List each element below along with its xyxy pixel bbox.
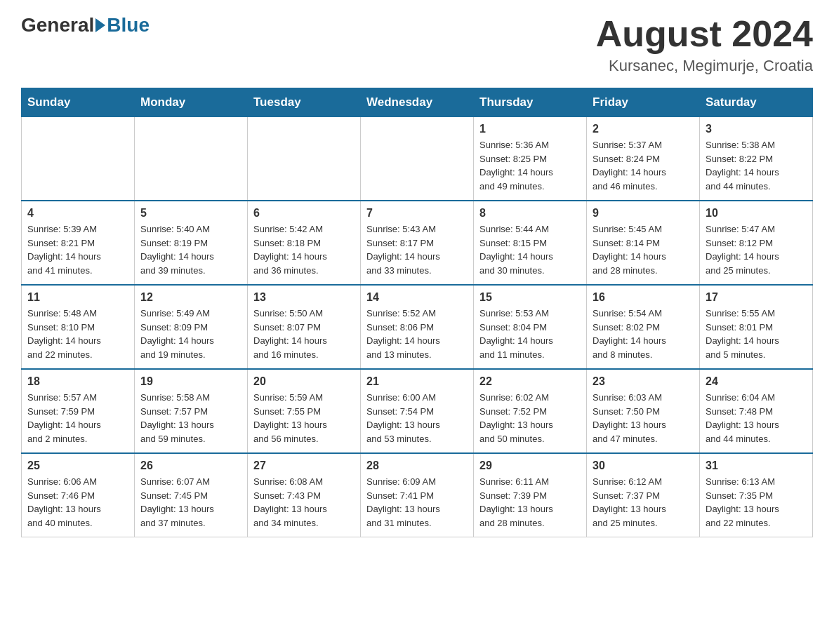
- calendar-day-cell: [361, 117, 474, 201]
- day-info: Sunrise: 5:47 AM Sunset: 8:12 PM Dayligh…: [706, 222, 807, 277]
- day-number: 8: [479, 207, 581, 220]
- calendar-week-row: 1Sunrise: 5:36 AM Sunset: 8:25 PM Daylig…: [22, 117, 813, 201]
- calendar-day-cell: [135, 117, 248, 201]
- day-number: 27: [253, 459, 355, 472]
- day-number: 4: [27, 207, 128, 220]
- day-info: Sunrise: 6:07 AM Sunset: 7:45 PM Dayligh…: [140, 475, 241, 530]
- calendar-day-cell: 23Sunrise: 6:03 AM Sunset: 7:50 PM Dayli…: [587, 369, 700, 453]
- calendar-day-cell: 19Sunrise: 5:58 AM Sunset: 7:57 PM Dayli…: [135, 369, 248, 453]
- day-number: 23: [593, 375, 694, 388]
- calendar-day-cell: 22Sunrise: 6:02 AM Sunset: 7:52 PM Dayli…: [474, 369, 587, 453]
- calendar-day-cell: 5Sunrise: 5:40 AM Sunset: 8:19 PM Daylig…: [135, 201, 248, 285]
- day-info: Sunrise: 5:53 AM Sunset: 8:04 PM Dayligh…: [479, 307, 581, 361]
- day-info: Sunrise: 5:36 AM Sunset: 8:25 PM Dayligh…: [479, 138, 581, 193]
- day-info: Sunrise: 6:00 AM Sunset: 7:54 PM Dayligh…: [366, 391, 468, 445]
- calendar-day-cell: 3Sunrise: 5:38 AM Sunset: 8:22 PM Daylig…: [700, 117, 813, 201]
- day-number: 24: [706, 375, 807, 388]
- calendar-day-cell: 25Sunrise: 6:06 AM Sunset: 7:46 PM Dayli…: [22, 453, 135, 537]
- day-info: Sunrise: 5:39 AM Sunset: 8:21 PM Dayligh…: [27, 222, 128, 277]
- day-info: Sunrise: 5:44 AM Sunset: 8:15 PM Dayligh…: [479, 222, 581, 277]
- calendar-day-cell: 20Sunrise: 5:59 AM Sunset: 7:55 PM Dayli…: [248, 369, 361, 453]
- calendar-week-row: 4Sunrise: 5:39 AM Sunset: 8:21 PM Daylig…: [22, 201, 813, 285]
- month-title: August 2024: [596, 14, 813, 54]
- calendar-day-cell: 6Sunrise: 5:42 AM Sunset: 8:18 PM Daylig…: [248, 201, 361, 285]
- day-number: 15: [479, 291, 581, 304]
- calendar-day-cell: 12Sunrise: 5:49 AM Sunset: 8:09 PM Dayli…: [135, 285, 248, 369]
- calendar-week-row: 18Sunrise: 5:57 AM Sunset: 7:59 PM Dayli…: [22, 369, 813, 453]
- day-number: 1: [479, 123, 581, 135]
- calendar-day-cell: [22, 117, 135, 201]
- calendar-table: SundayMondayTuesdayWednesdayThursdayFrid…: [21, 88, 813, 537]
- day-number: 26: [140, 459, 241, 472]
- title-area: August 2024 Kursanec, Megimurje, Croatia: [596, 14, 813, 75]
- weekday-header-row: SundayMondayTuesdayWednesdayThursdayFrid…: [22, 88, 813, 117]
- day-number: 17: [706, 291, 807, 304]
- weekday-header-wednesday: Wednesday: [361, 88, 474, 117]
- weekday-header-tuesday: Tuesday: [248, 88, 361, 117]
- day-info: Sunrise: 5:50 AM Sunset: 8:07 PM Dayligh…: [253, 307, 355, 361]
- calendar-day-cell: 7Sunrise: 5:43 AM Sunset: 8:17 PM Daylig…: [361, 201, 474, 285]
- calendar-day-cell: 31Sunrise: 6:13 AM Sunset: 7:35 PM Dayli…: [700, 453, 813, 537]
- day-info: Sunrise: 5:38 AM Sunset: 8:22 PM Dayligh…: [706, 138, 807, 193]
- day-number: 30: [593, 459, 694, 472]
- day-info: Sunrise: 5:42 AM Sunset: 8:18 PM Dayligh…: [253, 222, 355, 277]
- weekday-header-friday: Friday: [587, 88, 700, 117]
- calendar-week-row: 11Sunrise: 5:48 AM Sunset: 8:10 PM Dayli…: [22, 285, 813, 369]
- day-number: 22: [479, 375, 581, 388]
- page-header: General Blue August 2024 Kursanec, Megim…: [21, 14, 813, 75]
- day-info: Sunrise: 6:09 AM Sunset: 7:41 PM Dayligh…: [366, 475, 468, 530]
- calendar-day-cell: 24Sunrise: 6:04 AM Sunset: 7:48 PM Dayli…: [700, 369, 813, 453]
- day-info: Sunrise: 6:13 AM Sunset: 7:35 PM Dayligh…: [706, 475, 807, 530]
- day-number: 11: [27, 291, 128, 304]
- day-number: 12: [140, 291, 241, 304]
- day-number: 2: [593, 123, 694, 135]
- day-info: Sunrise: 6:02 AM Sunset: 7:52 PM Dayligh…: [479, 391, 581, 445]
- day-number: 20: [253, 375, 355, 388]
- calendar-day-cell: 10Sunrise: 5:47 AM Sunset: 8:12 PM Dayli…: [700, 201, 813, 285]
- day-number: 10: [706, 207, 807, 220]
- day-info: Sunrise: 5:54 AM Sunset: 8:02 PM Dayligh…: [593, 307, 694, 361]
- calendar-day-cell: 21Sunrise: 6:00 AM Sunset: 7:54 PM Dayli…: [361, 369, 474, 453]
- day-info: Sunrise: 6:04 AM Sunset: 7:48 PM Dayligh…: [706, 391, 807, 445]
- day-info: Sunrise: 5:52 AM Sunset: 8:06 PM Dayligh…: [366, 307, 468, 361]
- calendar-day-cell: 17Sunrise: 5:55 AM Sunset: 8:01 PM Dayli…: [700, 285, 813, 369]
- day-number: 16: [593, 291, 694, 304]
- logo-arrow-icon: [95, 18, 105, 32]
- location-title: Kursanec, Megimurje, Croatia: [596, 57, 813, 75]
- weekday-header-sunday: Sunday: [22, 88, 135, 117]
- calendar-day-cell: 8Sunrise: 5:44 AM Sunset: 8:15 PM Daylig…: [474, 201, 587, 285]
- day-info: Sunrise: 5:37 AM Sunset: 8:24 PM Dayligh…: [593, 138, 694, 193]
- calendar-day-cell: 1Sunrise: 5:36 AM Sunset: 8:25 PM Daylig…: [474, 117, 587, 201]
- logo-general-text: General: [21, 14, 94, 36]
- day-info: Sunrise: 6:08 AM Sunset: 7:43 PM Dayligh…: [253, 475, 355, 530]
- calendar-day-cell: 9Sunrise: 5:45 AM Sunset: 8:14 PM Daylig…: [587, 201, 700, 285]
- calendar-day-cell: 11Sunrise: 5:48 AM Sunset: 8:10 PM Dayli…: [22, 285, 135, 369]
- day-info: Sunrise: 5:58 AM Sunset: 7:57 PM Dayligh…: [140, 391, 241, 445]
- day-number: 21: [366, 375, 468, 388]
- calendar-day-cell: 30Sunrise: 6:12 AM Sunset: 7:37 PM Dayli…: [587, 453, 700, 537]
- calendar-day-cell: [248, 117, 361, 201]
- day-number: 18: [27, 375, 128, 388]
- logo: General Blue: [21, 14, 150, 36]
- logo-blue-text: Blue: [107, 14, 150, 36]
- calendar-day-cell: 16Sunrise: 5:54 AM Sunset: 8:02 PM Dayli…: [587, 285, 700, 369]
- calendar-day-cell: 2Sunrise: 5:37 AM Sunset: 8:24 PM Daylig…: [587, 117, 700, 201]
- day-number: 6: [253, 207, 355, 220]
- day-number: 19: [140, 375, 241, 388]
- day-info: Sunrise: 5:48 AM Sunset: 8:10 PM Dayligh…: [27, 307, 128, 361]
- calendar-day-cell: 15Sunrise: 5:53 AM Sunset: 8:04 PM Dayli…: [474, 285, 587, 369]
- day-info: Sunrise: 5:40 AM Sunset: 8:19 PM Dayligh…: [140, 222, 241, 277]
- calendar-day-cell: 4Sunrise: 5:39 AM Sunset: 8:21 PM Daylig…: [22, 201, 135, 285]
- day-info: Sunrise: 5:45 AM Sunset: 8:14 PM Dayligh…: [593, 222, 694, 277]
- calendar-day-cell: 18Sunrise: 5:57 AM Sunset: 7:59 PM Dayli…: [22, 369, 135, 453]
- weekday-header-thursday: Thursday: [474, 88, 587, 117]
- day-number: 3: [706, 123, 807, 135]
- calendar-day-cell: 27Sunrise: 6:08 AM Sunset: 7:43 PM Dayli…: [248, 453, 361, 537]
- weekday-header-monday: Monday: [135, 88, 248, 117]
- day-info: Sunrise: 6:12 AM Sunset: 7:37 PM Dayligh…: [593, 475, 694, 530]
- day-number: 5: [140, 207, 241, 220]
- day-number: 14: [366, 291, 468, 304]
- day-number: 13: [253, 291, 355, 304]
- day-info: Sunrise: 6:03 AM Sunset: 7:50 PM Dayligh…: [593, 391, 694, 445]
- day-info: Sunrise: 5:43 AM Sunset: 8:17 PM Dayligh…: [366, 222, 468, 277]
